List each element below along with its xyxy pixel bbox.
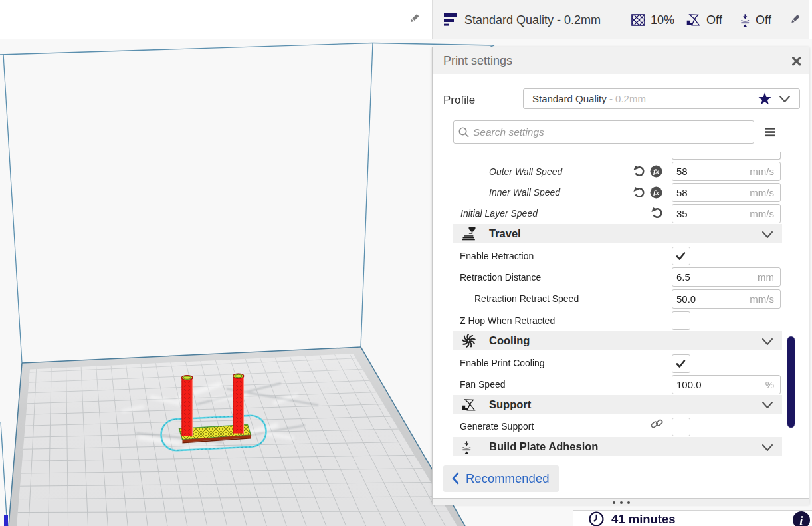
svg-text:fx: fx: [653, 188, 660, 196]
svg-text:i: i: [799, 513, 803, 526]
svg-text:fx: fx: [653, 167, 660, 175]
